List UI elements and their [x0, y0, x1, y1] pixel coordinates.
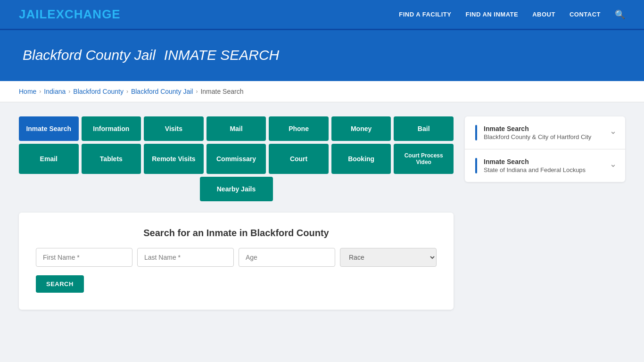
- tab-mail[interactable]: Mail: [206, 116, 266, 141]
- nav-find-inmate[interactable]: FIND AN INMATE: [465, 11, 518, 18]
- tab-row-1: Inmate Search Information Visits Mail Ph…: [19, 116, 454, 141]
- search-icon[interactable]: 🔍: [615, 9, 625, 20]
- chevron-down-icon-2: ⌄: [610, 159, 617, 169]
- tab-tablets[interactable]: Tablets: [82, 144, 141, 174]
- tab-bail[interactable]: Bail: [394, 116, 454, 141]
- page-title: Blackford County Jail INMATE SEARCH: [19, 44, 625, 64]
- tab-court-process-video[interactable]: Court Process Video: [394, 144, 454, 174]
- logo-highlight: EXCHANGE: [47, 7, 120, 21]
- sep2: ›: [68, 88, 70, 95]
- nav-find-facility[interactable]: FIND A FACILITY: [399, 11, 451, 18]
- right-column: Inmate Search Blackford County & City of…: [465, 116, 625, 310]
- tab-email[interactable]: Email: [19, 144, 79, 174]
- chevron-down-icon-1: ⌄: [610, 126, 617, 136]
- sidebar-accent-2: [475, 158, 477, 173]
- breadcrumb-current: Inmate Search: [200, 88, 243, 95]
- breadcrumb-home[interactable]: Home: [19, 88, 36, 95]
- first-name-input[interactable]: [36, 248, 132, 267]
- search-box: Search for an Inmate in Blackford County…: [19, 213, 454, 310]
- search-fields: Race White Black Hispanic Asian Other: [36, 248, 437, 267]
- tab-remote-visits[interactable]: Remote Visits: [144, 144, 204, 174]
- hero-banner: Blackford County Jail INMATE SEARCH: [0, 30, 644, 81]
- age-input[interactable]: [239, 248, 335, 267]
- tab-commissary[interactable]: Commissary: [206, 144, 266, 174]
- header: JAILEXCHANGE FIND A FACILITY FIND AN INM…: [0, 0, 644, 30]
- sidebar-item-2[interactable]: Inmate Search State of Indiana and Feder…: [465, 149, 625, 182]
- sidebar-item-1[interactable]: Inmate Search Blackford County & City of…: [465, 116, 625, 149]
- hero-subtitle: INMATE SEARCH: [164, 47, 279, 63]
- breadcrumb-indiana[interactable]: Indiana: [44, 88, 66, 95]
- tab-nearby-jails[interactable]: Nearby Jails: [200, 177, 273, 201]
- tab-inmate-search[interactable]: Inmate Search: [19, 116, 79, 141]
- sidebar-card: Inmate Search Blackford County & City of…: [465, 116, 625, 182]
- sep4: ›: [196, 88, 198, 95]
- tab-money[interactable]: Money: [331, 116, 391, 141]
- tab-court[interactable]: Court: [269, 144, 329, 174]
- tab-booking[interactable]: Booking: [331, 144, 391, 174]
- sidebar-label-2: Inmate Search: [484, 158, 586, 165]
- search-title: Search for an Inmate in Blackford County: [36, 228, 437, 239]
- logo[interactable]: JAILEXCHANGE: [19, 7, 121, 22]
- race-select[interactable]: Race White Black Hispanic Asian Other: [340, 248, 437, 267]
- tab-phone[interactable]: Phone: [269, 116, 329, 141]
- tab-information[interactable]: Information: [82, 116, 141, 141]
- tab-row-2: Email Tablets Remote Visits Commissary C…: [19, 144, 454, 174]
- breadcrumb: Home › Indiana › Blackford County › Blac…: [0, 81, 644, 102]
- tab-visits[interactable]: Visits: [144, 116, 204, 141]
- sidebar-label-1: Inmate Search: [484, 125, 591, 132]
- sep1: ›: [39, 88, 41, 95]
- last-name-input[interactable]: [137, 248, 234, 267]
- nav-contact[interactable]: CONTACT: [570, 11, 601, 18]
- breadcrumb-blackford-county[interactable]: Blackford County: [73, 88, 124, 95]
- sidebar-text-2: Inmate Search State of Indiana and Feder…: [484, 158, 586, 173]
- sidebar-sublabel-2: State of Indiana and Federal Lockups: [484, 166, 586, 173]
- sidebar-text-1: Inmate Search Blackford County & City of…: [484, 125, 591, 140]
- main-nav: FIND A FACILITY FIND AN INMATE ABOUT CON…: [399, 9, 625, 20]
- sidebar-sublabel-1: Blackford County & City of Hartford City: [484, 133, 591, 140]
- sidebar-accent-1: [475, 125, 477, 140]
- logo-text1: JAIL: [19, 7, 47, 21]
- nav-about[interactable]: ABOUT: [532, 11, 555, 18]
- main-content: Inmate Search Information Visits Mail Ph…: [0, 102, 644, 324]
- search-button[interactable]: SEARCH: [36, 275, 84, 293]
- sep3: ›: [126, 88, 128, 95]
- left-column: Inmate Search Information Visits Mail Ph…: [19, 116, 454, 310]
- breadcrumb-blackford-jail[interactable]: Blackford County Jail: [131, 88, 193, 95]
- tab-row-3: Nearby Jails: [19, 177, 454, 201]
